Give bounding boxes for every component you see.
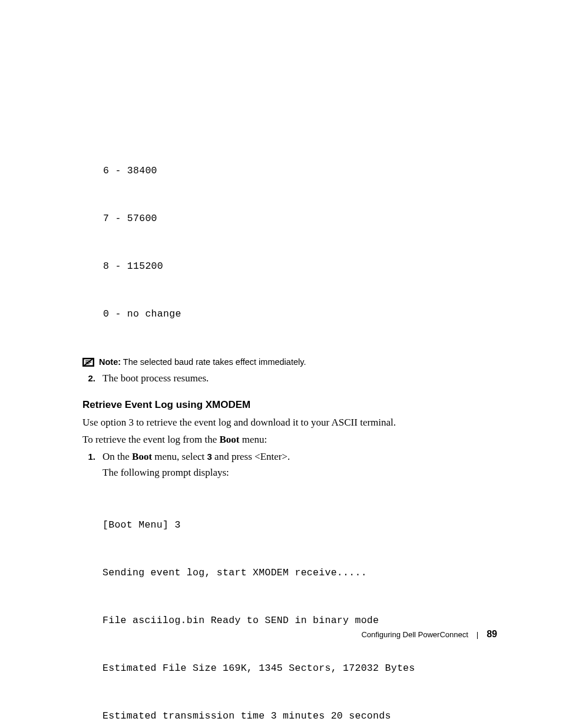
note-row: Note: The selected baud rate takes effec…	[82, 357, 497, 367]
step-body: On the Boot menu, select 3 and press <En…	[103, 450, 497, 482]
note-icon	[82, 358, 94, 367]
code-line: [Boot Menu] 3	[103, 517, 497, 533]
bold-text: 3	[207, 452, 212, 462]
baud-option: 7 - 57600	[103, 210, 497, 226]
baud-option: 0 - no change	[103, 306, 497, 322]
note-text: Note: The selected baud rate takes effec…	[99, 357, 306, 367]
text: menu:	[239, 434, 267, 445]
baud-option-list: 6 - 38400 7 - 57600 8 - 115200 0 - no ch…	[103, 131, 497, 354]
code-line: File asciilog.bin Ready to SEND in binar…	[103, 612, 497, 628]
text: and press <Enter>.	[212, 451, 290, 462]
baud-option: 8 - 115200	[103, 258, 497, 274]
step-number: 1.	[82, 450, 95, 482]
step-number: 2.	[82, 371, 95, 385]
step-body: The boot process resumes.	[103, 371, 497, 385]
footer-title: Configuring Dell PowerConnect	[361, 630, 468, 639]
bold-text: Boot	[132, 451, 152, 462]
page-footer: Configuring Dell PowerConnect | 89	[361, 629, 497, 640]
paragraph: To retrieve the event log from the Boot …	[82, 433, 497, 446]
text: On the	[103, 451, 132, 462]
footer-separator: |	[477, 630, 478, 639]
paragraph: Use option 3 to retrieve the event log a…	[82, 416, 497, 429]
baud-option: 6 - 38400	[103, 163, 497, 179]
code-line: Sending event log, start XMODEM receive.…	[103, 565, 497, 581]
bold-text: Boot	[219, 434, 239, 445]
code-line: Estimated transmission time 3 minutes 20…	[103, 708, 497, 724]
section-heading: Retrieve Event Log using XMODEM	[82, 399, 497, 411]
text: To retrieve the event log from the	[82, 434, 219, 445]
code-block: [Boot Menu] 3 Sending event log, start X…	[103, 485, 497, 728]
step-row: 2. The boot process resumes.	[82, 371, 497, 385]
note-label: Note:	[99, 357, 121, 367]
note-body: The selected baud rate takes effect imme…	[121, 357, 306, 367]
step-row: 1. On the Boot menu, select 3 and press …	[82, 450, 497, 482]
text: The following prompt displays:	[103, 466, 497, 479]
page-number: 89	[487, 629, 497, 640]
page: 6 - 38400 7 - 57600 8 - 115200 0 - no ch…	[0, 0, 562, 728]
code-line: Estimated File Size 169K, 1345 Sectors, …	[103, 660, 497, 676]
text: menu, select	[152, 451, 207, 462]
